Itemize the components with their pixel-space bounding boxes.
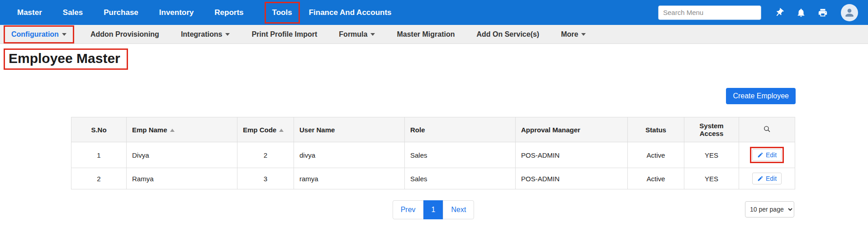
cell-sno: 2 bbox=[71, 168, 127, 189]
topbar-icons bbox=[774, 4, 858, 21]
page-size-select[interactable]: 10 per page bbox=[745, 201, 794, 218]
table-search-icon[interactable] bbox=[739, 117, 795, 142]
search-input[interactable] bbox=[658, 5, 761, 20]
nav-item-reports[interactable]: Reports bbox=[214, 8, 243, 17]
cell-role: Sales bbox=[405, 142, 516, 168]
create-employee-button[interactable]: Create Employee bbox=[726, 88, 796, 104]
sort-asc-icon[interactable] bbox=[170, 129, 175, 132]
caret-down-icon bbox=[581, 33, 586, 36]
subnav-item-label: Addon Provisioning bbox=[90, 30, 159, 39]
cell-emp-name: Ramya bbox=[127, 168, 237, 189]
table-header-row: S.No Emp Name Emp Code User Name Role Ap… bbox=[71, 117, 795, 142]
cell-sno: 1 bbox=[71, 142, 127, 168]
cell-status: Active bbox=[628, 142, 684, 168]
subnav-item-print-profile-import[interactable]: Print Profile Import bbox=[241, 30, 328, 39]
page-size-wrap: 10 per page bbox=[745, 201, 794, 218]
edit-button[interactable]: Edit bbox=[752, 149, 782, 161]
pin-icon[interactable] bbox=[774, 7, 785, 18]
cell-system-access: YES bbox=[684, 168, 739, 189]
header-sno: S.No bbox=[71, 117, 127, 142]
header-emp-code-label: Emp Code bbox=[243, 126, 276, 134]
nav-item-master[interactable]: Master bbox=[17, 8, 42, 17]
page: Master Sales Purchase Inventory Reports … bbox=[0, 0, 868, 232]
header-role: Role bbox=[405, 117, 516, 142]
content: Create Employee S.No Emp Name Emp Code U… bbox=[0, 88, 868, 222]
header-status: Status bbox=[628, 117, 684, 142]
subnav-item-master-migration[interactable]: Master Migration bbox=[386, 30, 465, 39]
pagination-row: Prev 1 Next 10 per page bbox=[71, 200, 796, 222]
title-highlight-box: Employee Master bbox=[4, 48, 128, 70]
pager: Prev 1 Next bbox=[71, 200, 796, 219]
edit-pencil-icon bbox=[757, 175, 764, 182]
table-row: 2 Ramya 3 ramya Sales POS-ADMIN Active Y… bbox=[71, 168, 795, 189]
header-emp-code[interactable]: Emp Code bbox=[237, 117, 294, 142]
subnav-item-label: Configuration bbox=[11, 30, 59, 39]
edit-pencil-icon bbox=[757, 152, 764, 158]
subnav-item-integrations[interactable]: Integrations bbox=[170, 30, 241, 39]
employee-table: S.No Emp Name Emp Code User Name Role Ap… bbox=[71, 117, 795, 189]
bell-icon[interactable] bbox=[796, 7, 806, 18]
table-row: 1 Divya 2 divya Sales POS-ADMIN Active Y… bbox=[71, 142, 795, 168]
printer-icon[interactable] bbox=[817, 7, 828, 18]
cell-actions: Edit bbox=[739, 168, 795, 189]
subnav-item-label: Master Migration bbox=[397, 30, 455, 39]
edit-highlight-box: Edit bbox=[750, 147, 784, 163]
subnav-item-configuration[interactable]: Configuration bbox=[4, 25, 74, 44]
cell-user-name: ramya bbox=[294, 168, 405, 189]
cell-emp-code: 3 bbox=[237, 168, 294, 189]
header-user-name: User Name bbox=[294, 117, 405, 142]
header-emp-name-label: Emp Name bbox=[132, 126, 167, 134]
cell-approval-manager: POS-ADMIN bbox=[516, 168, 628, 189]
subnav-item-addon-provisioning[interactable]: Addon Provisioning bbox=[80, 30, 170, 39]
subnav-item-formula[interactable]: Formula bbox=[328, 30, 386, 39]
sub-navbar: Configuration Addon Provisioning Integra… bbox=[0, 25, 868, 44]
edit-button-label: Edit bbox=[766, 175, 777, 182]
prev-page-button[interactable]: Prev bbox=[393, 200, 424, 219]
cell-status: Active bbox=[628, 168, 684, 189]
caret-down-icon bbox=[225, 33, 230, 36]
subnav-item-label: Print Profile Import bbox=[251, 30, 317, 39]
nav-item-sales[interactable]: Sales bbox=[63, 8, 83, 17]
top-navbar: Master Sales Purchase Inventory Reports … bbox=[0, 0, 868, 25]
cell-emp-code: 2 bbox=[237, 142, 294, 168]
subnav-item-label: More bbox=[561, 30, 578, 39]
cell-approval-manager: POS-ADMIN bbox=[516, 142, 628, 168]
edit-button-label: Edit bbox=[766, 151, 777, 159]
cell-system-access: YES bbox=[684, 142, 739, 168]
subnav-item-label: Add On Service(s) bbox=[476, 30, 539, 39]
subnav-item-label: Formula bbox=[339, 30, 367, 39]
sort-asc-icon[interactable] bbox=[279, 129, 284, 132]
subnav-item-label: Integrations bbox=[181, 30, 223, 39]
header-system-access: System Access bbox=[684, 117, 739, 142]
next-page-button[interactable]: Next bbox=[443, 200, 474, 219]
current-page-button[interactable]: 1 bbox=[423, 200, 444, 219]
subnav-item-add-on-services[interactable]: Add On Service(s) bbox=[465, 30, 550, 39]
page-title: Employee Master bbox=[9, 51, 120, 66]
nav-item-purchase[interactable]: Purchase bbox=[104, 8, 138, 17]
subnav-item-more[interactable]: More bbox=[550, 30, 597, 39]
cell-actions: Edit bbox=[739, 142, 795, 168]
actions-row: Create Employee bbox=[71, 88, 796, 104]
cell-user-name: divya bbox=[294, 142, 405, 168]
nav-item-tools[interactable]: Tools bbox=[265, 2, 300, 24]
user-avatar[interactable] bbox=[841, 4, 858, 21]
edit-button[interactable]: Edit bbox=[752, 173, 782, 184]
header-emp-name[interactable]: Emp Name bbox=[127, 117, 237, 142]
nav-item-finance-and-accounts[interactable]: Finance And Accounts bbox=[309, 8, 392, 17]
cell-emp-name: Divya bbox=[127, 142, 237, 168]
search-wrap bbox=[658, 5, 761, 20]
caret-down-icon bbox=[62, 33, 66, 36]
nav-item-inventory[interactable]: Inventory bbox=[159, 8, 194, 17]
cell-role: Sales bbox=[405, 168, 516, 189]
caret-down-icon bbox=[370, 33, 375, 36]
header-approval-manager: Approval Manager bbox=[516, 117, 628, 142]
